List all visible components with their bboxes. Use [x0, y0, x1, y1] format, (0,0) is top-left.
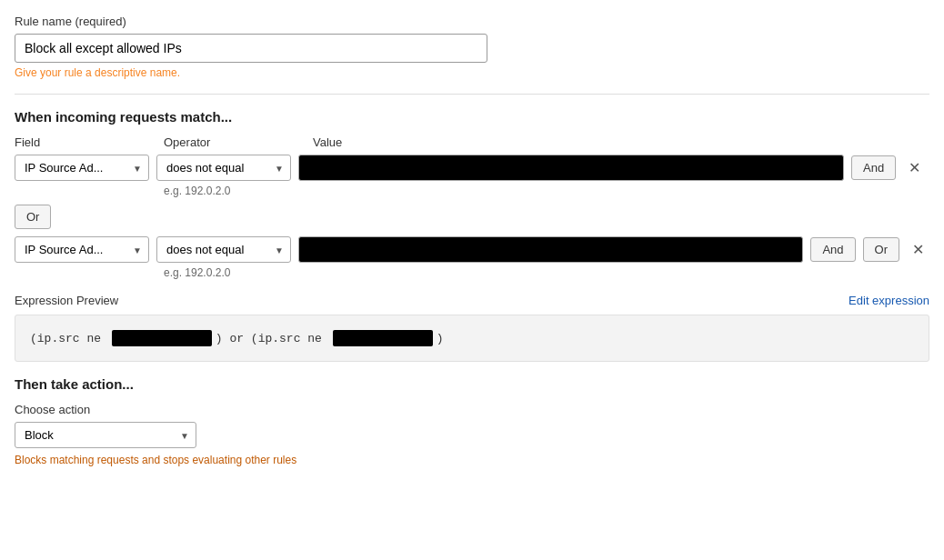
then-section: Then take action... Choose action Block … [15, 376, 929, 466]
then-section-title: Then take action... [15, 376, 929, 392]
rule-name-label: Rule name (required) [15, 15, 929, 28]
choose-action-label: Choose action [15, 403, 929, 416]
expr-redacted-1 [112, 330, 212, 346]
field-select-2[interactable]: IP Source Ad... [15, 236, 149, 263]
operator-select-wrapper-1: does not equal ▼ [156, 155, 291, 181]
expression-box: (ip.src ne ) or (ip.src ne ) [15, 315, 929, 362]
rule-name-helper: Give your rule a descriptive name. [15, 66, 929, 79]
eg-text-2: e.g. 192.0.2.0 [164, 266, 929, 279]
action-select[interactable]: Block Allow Challenge JS Challenge [15, 422, 196, 448]
edit-expression-link[interactable]: Edit expression [849, 294, 929, 307]
expr-redacted-2 [333, 330, 433, 346]
when-section: When incoming requests match... Field Op… [15, 109, 929, 279]
col-value-label: Value [313, 135, 342, 149]
expr-part-1: (ip.src ne [30, 332, 108, 345]
expr-part-3: ) [437, 332, 444, 345]
operator-select-wrapper-2: does not equal ▼ [156, 236, 291, 263]
field-select-wrapper-1: IP Source Ad... ▼ [15, 155, 149, 181]
action-select-wrapper: Block Allow Challenge JS Challenge ▼ [15, 422, 196, 448]
operator-select-2[interactable]: does not equal [156, 236, 291, 263]
expression-preview-label: Expression Preview [15, 294, 118, 307]
section-divider [15, 94, 929, 95]
condition-row-2: IP Source Ad... ▼ does not equal ▼ And O… [15, 236, 929, 263]
value-input-1[interactable] [298, 155, 844, 181]
remove-button-2[interactable]: ✕ [907, 241, 929, 259]
field-select-wrapper-2: IP Source Ad... ▼ [15, 236, 149, 263]
or-button-standalone[interactable]: Or [15, 205, 51, 229]
value-input-2[interactable] [298, 236, 803, 263]
or-row-standalone: Or [15, 205, 929, 229]
or-button-inline-2[interactable]: Or [863, 237, 899, 262]
condition-headers: Field Operator Value [15, 135, 929, 149]
action-description: Blocks matching requests and stops evalu… [15, 454, 929, 466]
and-button-1[interactable]: And [851, 155, 896, 180]
when-section-title: When incoming requests match... [15, 109, 929, 125]
and-button-2[interactable]: And [810, 237, 855, 262]
col-field-label: Field [15, 135, 149, 149]
remove-button-1[interactable]: ✕ [903, 159, 926, 177]
expr-part-2: ) or (ip.src ne [216, 332, 329, 345]
operator-select-1[interactable]: does not equal [156, 155, 291, 181]
expression-preview-header: Expression Preview Edit expression [15, 294, 929, 307]
field-select-1[interactable]: IP Source Ad... [15, 155, 149, 181]
eg-text-1: e.g. 192.0.2.0 [164, 185, 929, 197]
rule-name-input[interactable] [15, 34, 487, 63]
condition-block-2: IP Source Ad... ▼ does not equal ▼ And O… [15, 236, 929, 279]
col-operator-label: Operator [164, 135, 298, 149]
condition-block-1: IP Source Ad... ▼ does not equal ▼ And ✕… [15, 155, 929, 197]
expression-preview-section: Expression Preview Edit expression (ip.s… [15, 294, 929, 362]
condition-row-1: IP Source Ad... ▼ does not equal ▼ And ✕ [15, 155, 929, 181]
rule-name-section: Rule name (required) Give your rule a de… [15, 15, 929, 79]
